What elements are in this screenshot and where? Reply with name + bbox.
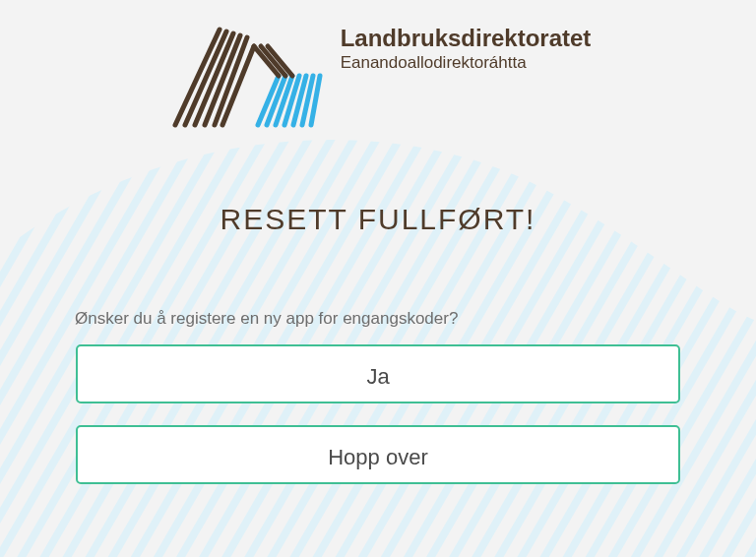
header: Landbruksdirektoratet Eanandoallodirekto… <box>0 0 756 134</box>
content: RESETT FULLFØRT! Ønsker du å registere e… <box>0 203 756 484</box>
page-heading: RESETT FULLFØRT! <box>0 203 756 236</box>
brand-subtitle: Eanandoallodirektoráhtta <box>341 53 592 73</box>
prompt-text: Ønsker du å registere en ny app for enga… <box>75 309 756 329</box>
brand-title: Landbruksdirektoratet <box>341 26 592 51</box>
skip-button[interactable]: Hopp over <box>76 425 680 484</box>
logo-text: Landbruksdirektoratet Eanandoallodirekto… <box>341 22 592 73</box>
yes-button[interactable]: Ja <box>76 344 680 403</box>
logo: Landbruksdirektoratet Eanandoallodirekto… <box>165 22 592 130</box>
logo-mark-icon <box>165 22 323 130</box>
page: Landbruksdirektoratet Eanandoallodirekto… <box>0 0 756 557</box>
